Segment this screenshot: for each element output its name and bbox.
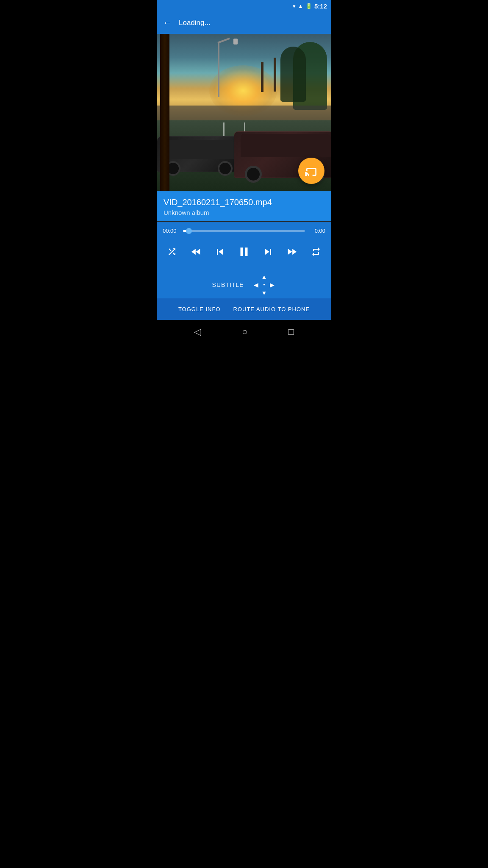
subtitle-label: SUBTITLE xyxy=(212,281,244,288)
bottom-actions: TOGGLE INFO ROUTE AUDIO TO PHONE xyxy=(157,298,331,320)
wifi-icon: ▾ xyxy=(293,3,296,9)
progress-row: 00:00 0:00 xyxy=(163,228,325,234)
subtitle-down-arrow[interactable]: ▼ xyxy=(261,290,267,296)
nav-home-button[interactable]: ○ xyxy=(242,326,247,337)
route-audio-button[interactable]: ROUTE AUDIO TO PHONE xyxy=(233,306,310,312)
prev-button[interactable] xyxy=(211,242,229,261)
shuffle-icon xyxy=(167,247,177,257)
cast-icon xyxy=(305,164,318,178)
controls-area xyxy=(157,236,331,270)
car-left-body xyxy=(166,140,235,159)
current-time: 00:00 xyxy=(163,228,179,234)
controls-row xyxy=(163,241,325,263)
tree-right2 xyxy=(280,47,306,102)
battery-icon: 🔋 xyxy=(305,3,312,9)
info-panel: VID_20160211_170650.mp4 Unknown album xyxy=(157,191,331,221)
loading-text: Loading... xyxy=(179,19,211,27)
pause-icon xyxy=(237,245,251,259)
progress-bar[interactable] xyxy=(183,230,305,232)
status-icons: ▾ ▲ 🔋 5:12 xyxy=(293,3,327,10)
status-bar: ▾ ▲ 🔋 5:12 xyxy=(157,0,331,12)
nav-back-button[interactable]: ◁ xyxy=(194,326,201,337)
fast-forward-icon xyxy=(286,246,298,258)
subtitle-left-arrow[interactable]: ◀ xyxy=(254,282,258,288)
progress-thumb[interactable] xyxy=(186,228,192,234)
repeat-icon xyxy=(311,247,321,257)
subtitle-right-arrow[interactable]: ▶ xyxy=(270,282,274,288)
fast-forward-button[interactable] xyxy=(283,242,301,261)
status-time: 5:12 xyxy=(314,3,327,10)
back-button[interactable]: ← xyxy=(163,17,172,28)
subtitle-row: SUBTITLE ▲ ◀ ● ▶ ▼ xyxy=(157,270,331,298)
signal-icon: ▲ xyxy=(298,3,303,9)
progress-container: 00:00 0:00 xyxy=(157,222,331,236)
top-bar: ← Loading... xyxy=(157,12,331,34)
subtitle-up-arrow[interactable]: ▲ xyxy=(261,274,267,280)
subtitle-nav-cross[interactable]: ▲ ◀ ● ▶ ▼ xyxy=(252,273,276,297)
subtitle-center: ● xyxy=(263,283,265,287)
streetlight-pole xyxy=(218,42,219,97)
video-player[interactable] xyxy=(157,34,331,191)
shuffle-button[interactable] xyxy=(163,242,181,261)
palm-trunk-2 xyxy=(261,62,263,92)
toggle-info-button[interactable]: TOGGLE INFO xyxy=(178,306,221,312)
rewind-button[interactable] xyxy=(187,242,205,261)
video-album: Unknown album xyxy=(164,209,324,216)
car-left-wheel-2 xyxy=(218,161,233,176)
streetlight-arm xyxy=(218,37,230,43)
rewind-icon xyxy=(190,246,202,258)
total-time: 0:00 xyxy=(309,228,325,234)
next-icon xyxy=(262,246,274,258)
nav-bar: ◁ ○ □ xyxy=(157,320,331,344)
foreground-trunk xyxy=(160,34,169,191)
repeat-button[interactable] xyxy=(307,242,325,261)
cast-button[interactable] xyxy=(298,158,324,184)
pause-button[interactable] xyxy=(235,242,253,261)
next-button[interactable] xyxy=(259,242,277,261)
video-title: VID_20160211_170650.mp4 xyxy=(164,198,324,207)
palm-trunk-1 xyxy=(274,58,276,92)
nav-recent-button[interactable]: □ xyxy=(288,326,294,337)
prev-icon xyxy=(214,246,226,258)
streetlight-lamp xyxy=(233,39,238,45)
car-right-body xyxy=(241,134,331,157)
